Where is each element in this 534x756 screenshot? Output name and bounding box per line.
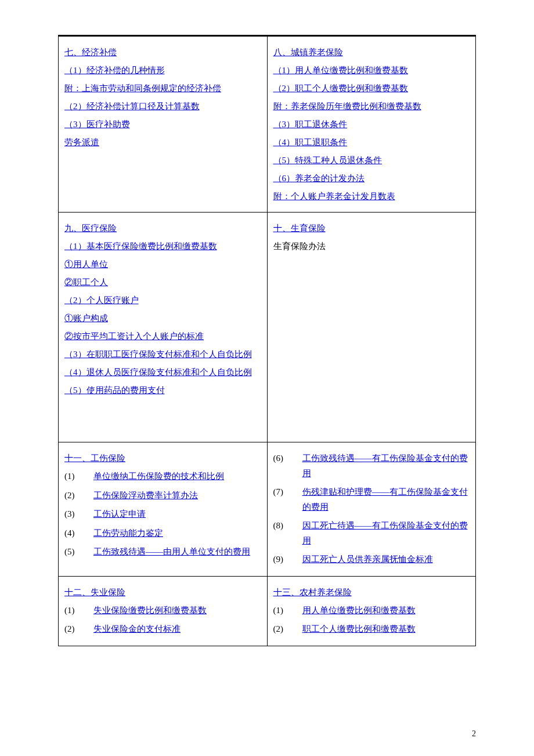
toc-link[interactable]: 工伤致残待遇——有工伤保险基金支付的费用 xyxy=(302,453,468,478)
cell-section-8: 八、城镇养老保险 （1）用人单位缴费比例和缴费基数 （2）职工个人缴费比例和缴费… xyxy=(267,37,476,213)
section-title-link[interactable]: 十三、农村养老保险 xyxy=(273,588,352,597)
section-title-link[interactable]: 八、城镇养老保险 xyxy=(273,48,343,57)
item-number: (2) xyxy=(64,622,93,637)
item-number: (7) xyxy=(273,485,302,514)
toc-link[interactable]: 附：上海市劳动和同条例规定的经济补偿 xyxy=(64,84,221,93)
toc-link[interactable]: （1）基本医疗保险缴费比例和缴费基数 xyxy=(64,242,217,251)
toc-link[interactable]: （4）退休人员医疗保险支付标准和个人自负比例 xyxy=(64,368,252,377)
item-number: (3) xyxy=(64,507,93,522)
toc-link[interactable]: 失业保险金的支付标准 xyxy=(93,624,181,633)
cell-section-11-left: 十一、工伤保险 (1)单位缴纳工伤保险费的技术和比例 (2)工伤保险浮动费率计算… xyxy=(59,442,268,577)
toc-link[interactable]: 附：养老保险历年缴费比例和缴费基数 xyxy=(273,102,421,111)
item-number: (2) xyxy=(64,488,93,503)
item-number: (6) xyxy=(273,451,302,481)
toc-link[interactable]: 因工死亡待遇——有工伤保险基金支付的费用 xyxy=(302,521,468,545)
cell-section-9: 九、医疗保险 （1）基本医疗保险缴费比例和缴费基数 ①用人单位 ②职工个人 （2… xyxy=(59,213,268,442)
section-title-link[interactable]: 九、医疗保险 xyxy=(64,224,117,233)
toc-link[interactable]: 失业保险缴费比例和缴费基数 xyxy=(93,606,207,615)
cell-section-12: 十二、失业保险 (1)失业保险缴费比例和缴费基数 (2)失业保险金的支付标准 xyxy=(59,576,268,646)
toc-link[interactable]: （5）使用药品的费用支付 xyxy=(64,386,165,395)
item-number: (1) xyxy=(64,603,93,618)
toc-link[interactable]: 工伤保险浮动费率计算办法 xyxy=(93,491,198,500)
cell-section-7: 七、经济补偿 （1）经济补偿的几种情形 附：上海市劳动和同条例规定的经济补偿 （… xyxy=(59,37,268,213)
page-number: 2 xyxy=(472,729,476,739)
table-row: 七、经济补偿 （1）经济补偿的几种情形 附：上海市劳动和同条例规定的经济补偿 （… xyxy=(59,37,476,213)
toc-link[interactable]: （1）经济补偿的几种情形 xyxy=(64,66,165,75)
item-number: (8) xyxy=(273,519,302,548)
item-number: (5) xyxy=(64,545,93,560)
toc-link[interactable]: （2）职工个人缴费比例和缴费基数 xyxy=(273,84,409,93)
table-row: 十二、失业保险 (1)失业保险缴费比例和缴费基数 (2)失业保险金的支付标准 十… xyxy=(59,576,476,646)
toc-link[interactable]: 附：个人账户养老金计发月数表 xyxy=(273,192,395,201)
document-page: 七、经济补偿 （1）经济补偿的几种情形 附：上海市劳动和同条例规定的经济补偿 （… xyxy=(0,0,534,756)
toc-link[interactable]: 劳务派遣 xyxy=(64,138,99,147)
section-title-link[interactable]: 十二、失业保险 xyxy=(64,588,125,597)
toc-link[interactable]: 单位缴纳工伤保险费的技术和比例 xyxy=(93,471,224,481)
item-number: (9) xyxy=(273,552,302,567)
toc-link[interactable]: 用人单位缴费比例和缴费基数 xyxy=(302,606,416,615)
toc-link[interactable]: （3）职工退休条件 xyxy=(273,120,348,129)
toc-link[interactable]: 工伤认定申请 xyxy=(93,509,146,519)
toc-table: 七、经济补偿 （1）经济补偿的几种情形 附：上海市劳动和同条例规定的经济补偿 （… xyxy=(58,36,476,646)
item-number: (1) xyxy=(273,603,302,618)
toc-link[interactable]: （6）养老金的计发办法 xyxy=(273,174,365,183)
toc-link[interactable]: ①用人单位 xyxy=(64,260,108,269)
toc-link[interactable]: （3）医疗补助费 xyxy=(64,120,130,129)
toc-link[interactable]: （5）特殊工种人员退休条件 xyxy=(273,156,383,165)
toc-link[interactable]: 工伤劳动能力鉴定 xyxy=(93,528,163,538)
table-row: 九、医疗保险 （1）基本医疗保险缴费比例和缴费基数 ①用人单位 ②职工个人 （2… xyxy=(59,213,476,442)
section-title-link[interactable]: 十一、工伤保险 xyxy=(64,453,125,463)
toc-text: 生育保险办法 xyxy=(273,242,326,251)
table-row: 十一、工伤保险 (1)单位缴纳工伤保险费的技术和比例 (2)工伤保险浮动费率计算… xyxy=(59,442,476,577)
toc-link[interactable]: 因工死亡人员供养亲属抚恤金标准 xyxy=(302,555,433,564)
section-title-link[interactable]: 十、生育保险 xyxy=(273,224,326,233)
toc-link[interactable]: （1）用人单位缴费比例和缴费基数 xyxy=(273,66,409,75)
section-title-link[interactable]: 七、经济补偿 xyxy=(64,48,117,57)
toc-link[interactable]: 工伤致残待遇——由用人单位支付的费用 xyxy=(93,547,250,556)
toc-link[interactable]: ②按市平均工资计入个人账户的标准 xyxy=(64,332,204,341)
item-number: (1) xyxy=(64,469,93,484)
toc-link[interactable]: 职工个人缴费比例和缴费基数 xyxy=(302,624,416,633)
toc-link[interactable]: ①账户构成 xyxy=(64,314,108,323)
toc-link[interactable]: （2）经济补偿计算口径及计算基数 xyxy=(64,102,200,111)
cell-section-13: 十三、农村养老保险 (1)用人单位缴费比例和缴费基数 (2)职工个人缴费比例和缴… xyxy=(267,576,476,646)
cell-section-10: 十、生育保险 生育保险办法 xyxy=(267,213,476,442)
toc-link[interactable]: （3）在职职工医疗保险支付标准和个人自负比例 xyxy=(64,350,252,359)
toc-link[interactable]: （2）个人医疗账户 xyxy=(64,296,139,305)
cell-section-11-right: (6)工伤致残待遇——有工伤保险基金支付的费用 (7)伤残津贴和护理费——有工伤… xyxy=(267,442,476,577)
toc-link[interactable]: ②职工个人 xyxy=(64,278,108,287)
toc-link[interactable]: 伤残津贴和护理费——有工伤保险基金支付的费用 xyxy=(302,487,468,512)
item-number: (4) xyxy=(64,526,93,541)
toc-link[interactable]: （4）职工退职条件 xyxy=(273,138,348,147)
item-number: (2) xyxy=(273,622,302,637)
